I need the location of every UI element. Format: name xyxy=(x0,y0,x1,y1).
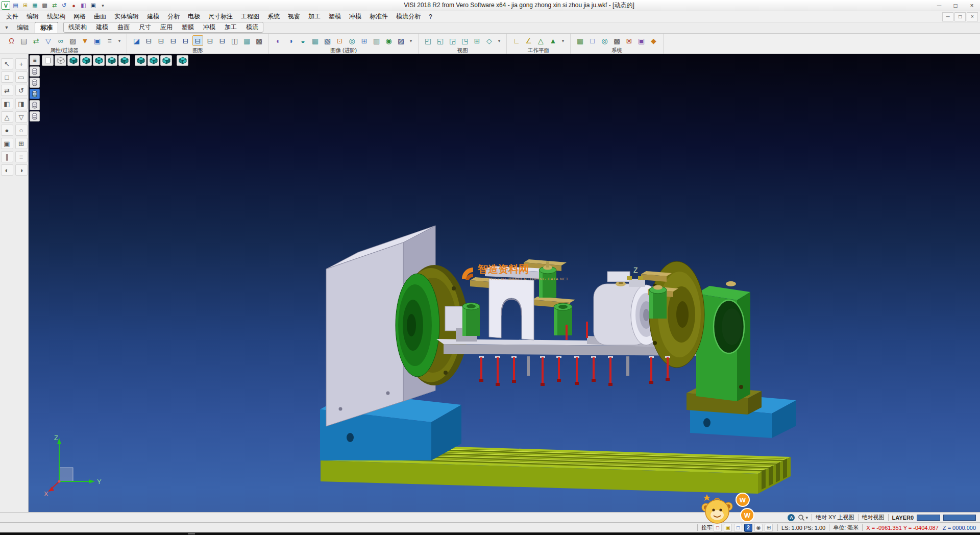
magnet-icon[interactable]: Ω xyxy=(6,35,17,46)
right-view-button[interactable] xyxy=(148,55,159,66)
menu-surface[interactable]: 曲面 xyxy=(90,11,110,22)
mascot-widget[interactable]: W W xyxy=(699,491,755,528)
grid-display-icon[interactable]: ▦ xyxy=(241,35,252,46)
slope-icon[interactable]: ◆ xyxy=(648,35,659,46)
import-export-icon[interactable]: ⇄ xyxy=(50,1,59,10)
point-filled-icon[interactable]: ● xyxy=(1,125,13,136)
workplane-xy-icon[interactable]: ∟ xyxy=(511,35,522,46)
gear-icon[interactable]: ◉ xyxy=(754,524,763,532)
mdi-close-button[interactable]: × xyxy=(967,12,978,21)
menu-modeling[interactable]: 建模 xyxy=(143,11,163,22)
color-grid-icon[interactable]: ▦ xyxy=(575,35,585,46)
menu-window[interactable]: 视窗 xyxy=(284,11,304,22)
layer-cylinder-button[interactable] xyxy=(30,66,40,77)
rotate-view-icon[interactable]: ◳ xyxy=(459,35,470,46)
tab-dimension[interactable]: 尺寸 xyxy=(134,22,156,32)
box-display-icon[interactable]: ◫ xyxy=(229,35,240,46)
globe-icon[interactable]: ◎ xyxy=(599,35,610,46)
section-icon[interactable]: ⊞ xyxy=(359,35,370,46)
print-icon[interactable]: ▩ xyxy=(40,1,49,10)
active-layer-label[interactable]: LAYER0 xyxy=(892,515,914,521)
undo-tool-icon[interactable]: ↺ xyxy=(15,85,28,96)
menu-wireframe[interactable]: 线架构 xyxy=(43,11,69,22)
grid-toggle-icon[interactable]: ⊞ xyxy=(765,524,773,532)
workplane-angle-icon[interactable]: ∠ xyxy=(523,35,534,46)
top-view-button[interactable] xyxy=(106,55,117,66)
list-icon[interactable]: ≡ xyxy=(15,151,28,162)
group-caret-icon[interactable]: ▾ xyxy=(560,35,566,46)
mdi-minimize-button[interactable]: ─ xyxy=(942,12,953,21)
shade-right-icon[interactable]: ◨ xyxy=(15,98,28,109)
create-point-icon[interactable]: + xyxy=(15,58,28,69)
texture-icon[interactable]: ⊡ xyxy=(334,35,345,46)
iso-view-button[interactable] xyxy=(67,55,79,66)
tab-standard[interactable]: 标准 xyxy=(35,22,58,33)
menu-electrode[interactable]: 电极 xyxy=(184,11,204,22)
grid-view-icon[interactable]: ▣ xyxy=(89,1,97,10)
layer-cylinder-icon[interactable]: ⊟ xyxy=(205,35,215,46)
new-file-icon[interactable]: ▤ xyxy=(11,1,20,10)
tab-modeling[interactable]: 建模 xyxy=(91,22,113,32)
front-view-button[interactable] xyxy=(80,55,92,66)
left-view-button[interactable] xyxy=(135,55,146,66)
triangle-down-icon[interactable]: ▽ xyxy=(15,111,28,123)
tab-surface[interactable]: 曲面 xyxy=(113,22,134,32)
swap-attributes-icon[interactable]: ⇄ xyxy=(31,35,41,46)
group-caret-icon[interactable]: ▾ xyxy=(116,35,122,46)
half-moon-right-icon[interactable]: ◑ xyxy=(15,164,28,176)
render-mode-icon[interactable]: ◒ xyxy=(298,35,308,46)
qat-caret-icon[interactable]: ▾ xyxy=(99,1,107,10)
grid-snap-icon[interactable]: ▣ xyxy=(1,138,13,149)
layer-cylinder-button[interactable] xyxy=(30,111,40,121)
assistant-badge[interactable]: A xyxy=(788,514,795,521)
layer-color-chip[interactable] xyxy=(917,515,940,521)
monitor-icon[interactable]: □ xyxy=(587,35,598,46)
menu-die[interactable]: 冲模 xyxy=(345,11,365,22)
pattern-icon[interactable]: ▩ xyxy=(611,35,622,46)
tab-die[interactable]: 冲模 xyxy=(199,22,220,32)
rectangle-tool-icon[interactable]: ▭ xyxy=(15,71,28,83)
maximize-button[interactable]: □ xyxy=(947,0,964,11)
funnel-icon[interactable]: ▼ xyxy=(80,35,90,46)
menu-mold[interactable]: 塑模 xyxy=(325,11,345,22)
tab-flow[interactable]: 模流 xyxy=(241,22,263,32)
layer-cylinder-icon[interactable]: ⊟ xyxy=(217,35,228,46)
close-doc-icon[interactable]: ⊠ xyxy=(624,35,634,46)
search-icon[interactable]: ▾ xyxy=(798,514,808,521)
multi-view-icon[interactable]: ⊞ xyxy=(472,35,482,46)
absolute-view-label[interactable]: 绝对视图 xyxy=(862,514,885,521)
view-mode-label[interactable]: 绝对 XY 上视图 xyxy=(816,514,854,521)
paint-icon[interactable]: ◪ xyxy=(131,35,142,46)
tab-wireframe[interactable]: 线架构 xyxy=(64,22,91,32)
highlight-icon[interactable]: ◉ xyxy=(383,35,394,46)
printer-icon[interactable]: ▤ xyxy=(18,35,29,46)
layer-cylinder-icon[interactable]: ⊟ xyxy=(143,35,154,46)
axon-view-button[interactable] xyxy=(160,55,172,66)
hamburger-menu-icon[interactable]: ≡ xyxy=(30,55,40,65)
undo-icon[interactable]: ↺ xyxy=(60,1,68,10)
menu-drawing[interactable]: 工程图 xyxy=(237,11,263,22)
swap-entities-icon[interactable]: ⇄ xyxy=(1,85,13,96)
point-hollow-icon[interactable]: ○ xyxy=(15,125,28,136)
group-caret-icon[interactable]: ▾ xyxy=(496,35,502,46)
shading-icon[interactable]: ◐ xyxy=(273,35,284,46)
box-select-icon[interactable]: □ xyxy=(1,71,13,83)
list-filter-icon[interactable]: ≡ xyxy=(104,35,115,46)
viewport[interactable]: ≡ xyxy=(29,54,980,512)
menu-mesh[interactable]: 网格 xyxy=(69,11,90,22)
half-shade-icon[interactable]: ◑ xyxy=(285,35,296,46)
menu-help[interactable]: ? xyxy=(425,11,436,22)
layer-cylinder-icon[interactable]: ⊟ xyxy=(156,35,166,46)
triangle-up-icon[interactable]: △ xyxy=(1,111,13,123)
menu-system[interactable]: 系统 xyxy=(263,11,284,22)
workplane-face-icon[interactable]: ▲ xyxy=(548,35,558,46)
group-caret-icon[interactable]: ▾ xyxy=(408,35,414,46)
record-icon[interactable]: ● xyxy=(69,1,78,10)
filter-icon[interactable]: ▽ xyxy=(43,35,54,46)
open-file-icon[interactable]: ⊞ xyxy=(21,1,30,10)
workplane-3pt-icon[interactable]: △ xyxy=(535,35,546,46)
iso-view-icon[interactable]: ◇ xyxy=(484,35,495,46)
shade-left-icon[interactable]: ◧ xyxy=(1,98,13,109)
layer-cylinder-active-icon[interactable]: ⊟ xyxy=(192,35,203,46)
wire-shade-icon[interactable]: ▦ xyxy=(310,35,321,46)
